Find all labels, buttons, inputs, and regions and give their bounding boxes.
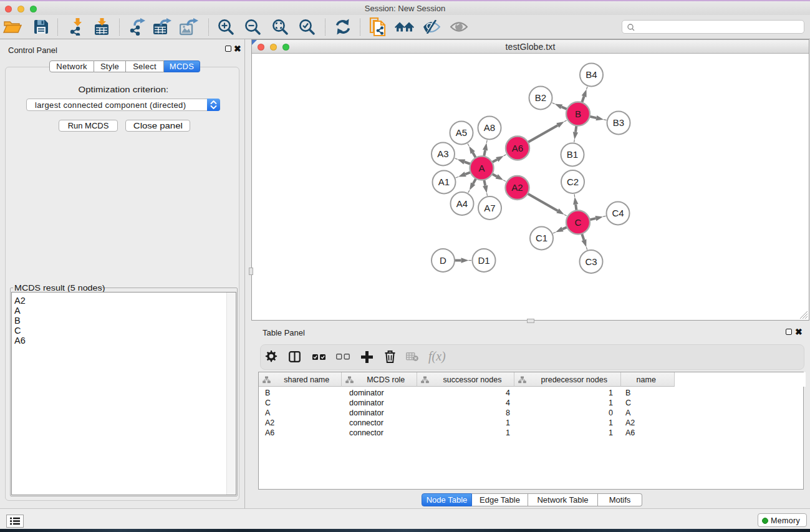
svg-text:D: D bbox=[440, 255, 446, 266]
svg-text:C4: C4 bbox=[612, 208, 624, 218]
svg-text:A1: A1 bbox=[438, 177, 450, 187]
svg-text:B1: B1 bbox=[567, 149, 578, 160]
svg-text:B3: B3 bbox=[613, 117, 624, 128]
svg-text:A6: A6 bbox=[512, 143, 523, 153]
svg-text:C: C bbox=[575, 217, 582, 228]
svg-text:A7: A7 bbox=[484, 203, 495, 213]
svg-text:A3: A3 bbox=[437, 148, 448, 159]
svg-text:D1: D1 bbox=[478, 255, 489, 266]
svg-text:A2: A2 bbox=[511, 182, 523, 193]
svg-text:A8: A8 bbox=[484, 122, 495, 133]
svg-text:A: A bbox=[478, 163, 485, 173]
svg-text:B4: B4 bbox=[586, 69, 597, 80]
svg-text:A4: A4 bbox=[456, 198, 468, 209]
svg-text:C1: C1 bbox=[536, 233, 547, 243]
svg-text:C3: C3 bbox=[585, 256, 597, 267]
svg-text:B: B bbox=[575, 109, 581, 119]
svg-text:C2: C2 bbox=[567, 177, 579, 187]
svg-text:A5: A5 bbox=[456, 127, 467, 138]
svg-text:B2: B2 bbox=[535, 92, 546, 103]
